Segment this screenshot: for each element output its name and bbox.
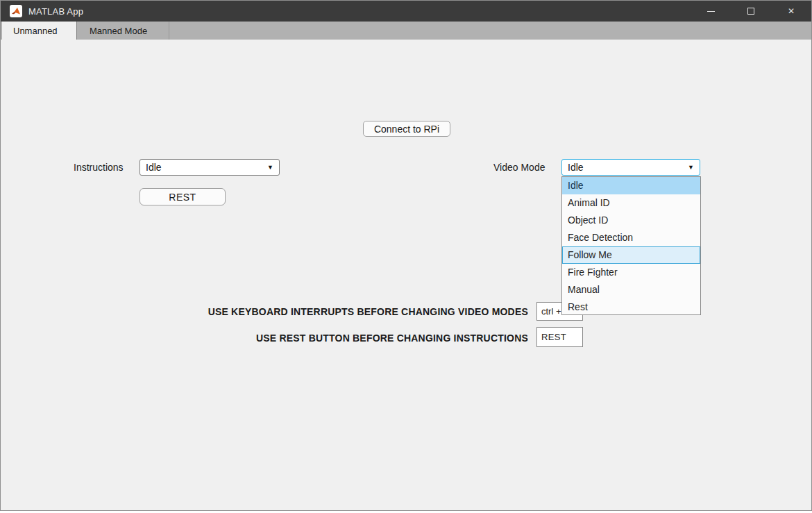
close-icon: ✕ [788, 7, 795, 15]
rest-button-note: USE REST BUTTON BEFORE CHANGING INSTRUCT… [256, 333, 528, 344]
window-title: MATLAB App [28, 6, 83, 17]
video-mode-dropdown-value: Idle [568, 162, 584, 173]
video-mode-label: Video Mode [493, 162, 545, 173]
option-object-id[interactable]: Object ID [562, 212, 700, 229]
keyboard-shortcut-value: ctrl + [541, 306, 561, 317]
option-follow-me[interactable]: Follow Me [562, 246, 700, 264]
titlebar[interactable]: MATLAB App ✕ [1, 1, 811, 22]
option-manual[interactable]: Manual [562, 281, 700, 298]
video-mode-options-list: Idle Animal ID Object ID Face Detection … [561, 176, 701, 315]
instructions-dropdown-value: Idle [146, 162, 162, 173]
connect-rpi-button[interactable]: Connect to RPi [363, 121, 450, 137]
option-idle[interactable]: Idle [562, 177, 700, 194]
minimize-icon [707, 11, 715, 12]
tab-bar: Unmanned Manned Mode [1, 22, 811, 40]
tab-manned-mode[interactable]: Manned Mode [77, 22, 169, 40]
rest-value-field: REST [536, 327, 583, 347]
chevron-down-icon: ▼ [267, 165, 273, 171]
instructions-label: Instructions [74, 162, 124, 173]
option-fire-fighter[interactable]: Fire Fighter [562, 264, 700, 281]
instructions-dropdown[interactable]: Idle ▼ [139, 159, 280, 176]
maximize-button[interactable] [731, 1, 771, 22]
option-rest[interactable]: Rest [562, 298, 700, 316]
matlab-app-window: MATLAB App ✕ Unmanned Manned Mode Connec… [0, 0, 812, 511]
window-controls: ✕ [691, 1, 811, 22]
unmanned-tab-panel: Connect to RPi Instructions Idle ▼ REST … [1, 40, 811, 510]
tab-unmanned[interactable]: Unmanned [2, 22, 77, 40]
maximize-icon [747, 8, 754, 15]
chevron-down-icon: ▼ [688, 165, 694, 171]
matlab-logo-icon [10, 5, 22, 17]
video-mode-dropdown[interactable]: Idle ▼ [561, 159, 700, 176]
rest-button[interactable]: REST [139, 188, 226, 205]
close-button[interactable]: ✕ [771, 1, 811, 22]
rest-value: REST [541, 332, 566, 342]
keyboard-interrupts-note: USE KEYBOARD INTERRUPTS BEFORE CHANGING … [208, 306, 528, 317]
option-face-detection[interactable]: Face Detection [562, 229, 700, 246]
option-animal-id[interactable]: Animal ID [562, 194, 700, 212]
minimize-button[interactable] [691, 1, 731, 22]
